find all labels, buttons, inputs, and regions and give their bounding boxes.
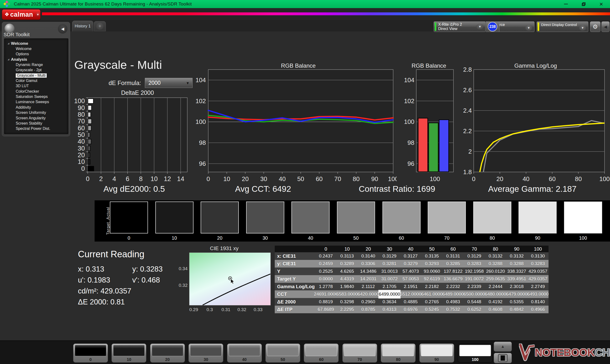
table-cell[interactable]: 0.3130	[527, 252, 548, 260]
table-cell[interactable]: 14.3486	[358, 268, 379, 275]
table-cell[interactable]: 2.1112	[358, 283, 379, 290]
table-cell[interactable]: 260.0120	[485, 268, 506, 275]
table-cell[interactable]: 0.2437	[315, 252, 337, 260]
table-cell[interactable]: 0.3285	[442, 260, 464, 268]
calman-menu-button[interactable]: ❖ calman ▼	[2, 9, 40, 20]
sidebar-item-grayscale-2pt[interactable]: Grayscale - 2pt	[4, 67, 68, 73]
table-cell[interactable]: 0.3306	[358, 260, 379, 268]
display-control-dropdown[interactable]: Direct Display Control ▼	[537, 21, 588, 32]
pattern-step-up-button[interactable]: ▲	[494, 342, 512, 351]
table-cell[interactable]: 0.7532	[442, 306, 464, 313]
sidebar-item-screen-uniformity[interactable]: Screen Uniformity	[4, 110, 68, 115]
table-cell[interactable]: 0.3283	[527, 260, 548, 268]
table-cell[interactable]: 0.3288	[485, 260, 506, 268]
table-cell[interactable]: 0.8819	[315, 298, 337, 306]
table-cell[interactable]: 6479.0000	[506, 290, 527, 298]
sidebar-item-options[interactable]: Options	[4, 52, 68, 57]
table-cell[interactable]: 338.3327	[506, 268, 527, 275]
sidebar-item-additivity[interactable]: Additivity	[4, 105, 68, 110]
table-cell[interactable]: 0.5448	[464, 298, 485, 306]
sidebar-item-grayscale-multi[interactable]: Grayscale - Multi	[4, 73, 68, 78]
table-cell[interactable]: 0.3132	[485, 252, 506, 260]
table-cell[interactable]: 2.2232	[442, 283, 464, 290]
table-cell[interactable]: 0.4313	[379, 306, 400, 313]
table-cell[interactable]: 31.0072	[379, 275, 400, 283]
sidebar-item-welcome[interactable]: ◢Welcome	[4, 41, 68, 46]
patch-button-30[interactable]: 30	[188, 343, 223, 363]
table-cell[interactable]: 0.2960	[358, 298, 379, 306]
sidebar-item-colorchecker[interactable]: ColorChecker	[4, 89, 68, 94]
table-cell[interactable]: 0.0000	[315, 275, 337, 283]
table-cell[interactable]: 0.6976	[400, 306, 421, 313]
table-cell[interactable]: 0.4966	[527, 306, 548, 313]
sidebar-item-saturation-sweeps[interactable]: Saturation Sweeps	[4, 94, 68, 99]
table-cell[interactable]: 0.3113	[337, 252, 358, 260]
sidebar-item-screen-angularity[interactable]: Screen Angularity	[4, 115, 68, 120]
table-cell[interactable]: 0.3298	[337, 298, 358, 306]
table-cell[interactable]: 2.2182	[421, 283, 442, 290]
table-cell[interactable]: 2.1705	[379, 283, 400, 290]
table-cell[interactable]: 6583.0000	[337, 290, 358, 298]
close-button[interactable]: ×	[592, 0, 610, 8]
table-cell[interactable]: 339.4951	[506, 275, 527, 283]
table-cell[interactable]: 0.4983	[442, 298, 464, 306]
table-cell[interactable]: 0.2765	[421, 298, 442, 306]
patch-button-60[interactable]: 60	[304, 343, 338, 363]
table-cell[interactable]: 6493.0000	[527, 290, 548, 298]
table-cell[interactable]: 0.5355	[506, 298, 527, 306]
table-cell[interactable]: 2.3018	[506, 283, 527, 290]
table-cell[interactable]: 93.0060	[421, 268, 442, 275]
tab-history-1[interactable]: History 1	[72, 21, 93, 31]
table-cell[interactable]: 92.6119	[421, 275, 442, 283]
table-cell[interactable]: 0.3129	[464, 252, 485, 260]
table-cell[interactable]: 0.4608	[485, 306, 506, 313]
table-cell[interactable]: 0.2459	[315, 260, 337, 268]
sidebar-collapse-button[interactable]: ◀	[58, 24, 67, 34]
minimize-button[interactable]	[557, 0, 575, 8]
table-cell[interactable]: 24691.0000	[315, 290, 337, 298]
table-cell[interactable]: 31.0013	[379, 268, 400, 275]
table-cell[interactable]: 2.1951	[400, 283, 421, 290]
table-cell[interactable]: 0.4192	[485, 298, 506, 306]
table-cell[interactable]: 2.2444	[485, 283, 506, 290]
restore-button[interactable]	[575, 0, 592, 8]
sidebar-item-luminance-sweeps[interactable]: Luminance Sweeps	[4, 99, 68, 104]
table-cell[interactable]: 0.5245	[421, 306, 442, 313]
table-cell[interactable]: 0.8140	[527, 298, 548, 306]
table-cell[interactable]: 191.0072	[464, 275, 485, 283]
table-cell[interactable]: 137.8122	[442, 268, 464, 275]
table-cell[interactable]: 4.4319	[337, 275, 358, 283]
table-cell[interactable]: 0.3288	[506, 260, 527, 268]
table-cell[interactable]: 0.3279	[400, 260, 421, 268]
patch-button-100[interactable]: 100	[458, 343, 493, 363]
sidebar-item-welcome[interactable]: Welcome	[4, 46, 68, 51]
patch-button-20[interactable]: 20	[150, 343, 185, 363]
table-cell[interactable]: 0.3293	[421, 260, 442, 268]
table-cell[interactable]: 0.3289	[337, 260, 358, 268]
table-cell[interactable]: 6512.0000	[400, 290, 421, 298]
table-cell[interactable]: 57.4073	[400, 268, 421, 275]
table-cell[interactable]: 4.6265	[337, 268, 358, 275]
table-cell[interactable]: 0.2525	[315, 268, 337, 275]
sidebar-item-screen-stability[interactable]: Screen Stability	[4, 121, 68, 126]
patch-button-40[interactable]: 40	[227, 343, 262, 363]
table-cell[interactable]: 0.3129	[379, 252, 400, 260]
tree-expander-icon[interactable]: ◢	[8, 42, 9, 45]
table-cell[interactable]: 2.2749	[527, 283, 548, 290]
table-cell[interactable]: 136.6679	[442, 275, 464, 283]
table-cell[interactable]: 6499.0000	[379, 290, 400, 298]
patch-button-10[interactable]: 10	[112, 343, 146, 363]
de-formula-dropdown[interactable]: 2000 ▼	[145, 78, 193, 88]
add-tab-button[interactable]: +	[94, 21, 106, 31]
table-cell[interactable]: 1.2778	[315, 283, 337, 290]
pattern-window-button[interactable]	[494, 353, 512, 363]
sidebar-item-dynamic-range[interactable]: Dynamic Range	[4, 62, 68, 67]
table-cell[interactable]: 6489.0000	[442, 290, 464, 298]
meter-dropdown[interactable]: X-Rite i1Pro 2Direct View ▼	[434, 21, 486, 32]
table-cell[interactable]: 0.3135	[421, 252, 442, 260]
settings-button[interactable]: ⚙	[590, 21, 600, 32]
table-cell[interactable]: 0.3281	[379, 260, 400, 268]
table-cell[interactable]: 259.0635	[485, 275, 506, 283]
table-cell[interactable]: 0.3634	[379, 298, 400, 306]
table-cell[interactable]: 14.2031	[358, 275, 379, 283]
